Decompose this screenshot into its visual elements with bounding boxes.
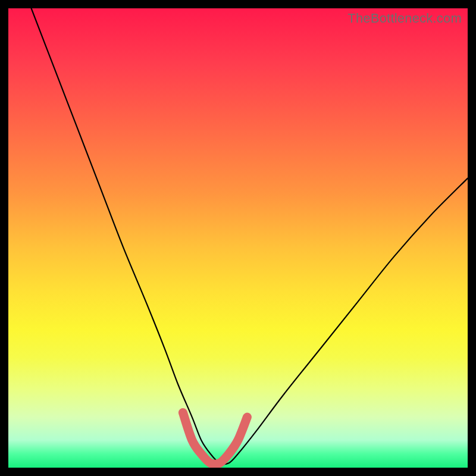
chart-frame: TheBottleneck.com: [0, 0, 476, 476]
plot-area: TheBottleneck.com: [8, 8, 468, 468]
chart-overlay: [8, 8, 468, 468]
sweet-spot-band-path: [183, 412, 247, 464]
bottleneck-curve-path: [32, 8, 468, 464]
